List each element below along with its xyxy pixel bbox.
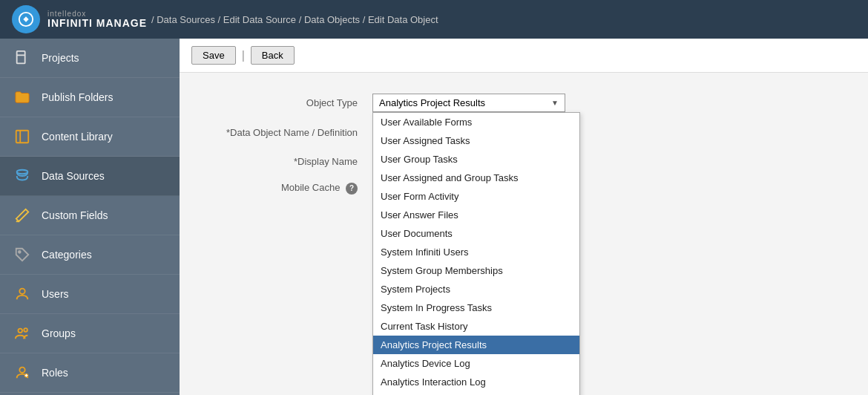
dropdown-item-analytics-project-results[interactable]: Analytics Project Results [373, 336, 579, 354]
help-icon[interactable]: ? [346, 183, 358, 195]
book-icon [12, 126, 33, 147]
sidebar-item-label: Custom Fields [42, 209, 108, 221]
toolbar-separator: | [242, 49, 245, 62]
dropdown-item-current-task-history[interactable]: Current Task History [373, 317, 579, 336]
sidebar-item-projects[interactable]: Projects [0, 39, 180, 78]
app-header: intelledox INFINITI MANAGE / Data Source… [0, 0, 868, 39]
sidebar-item-label: Categories [42, 249, 92, 261]
pencil-icon [12, 205, 33, 226]
form-area: Object Type Analytics Project Results ▼ … [180, 73, 868, 215]
breadcrumb: / Data Sources / Edit Data Source / Data… [151, 14, 438, 25]
svg-rect-3 [16, 131, 29, 143]
sidebar-item-publish-folders[interactable]: Publish Folders [0, 78, 180, 117]
folder-icon [12, 87, 33, 108]
form-table: Object Type Analytics Project Results ▼ … [202, 88, 573, 200]
main-content: Save | Back Object Type Analytics Projec… [180, 39, 868, 395]
dropdown-item-system-group-memberships[interactable]: System Group Memberships [373, 261, 579, 280]
sidebar-item-roles[interactable]: Roles [0, 353, 180, 393]
dropdown-item-system-projects[interactable]: System Projects [373, 280, 579, 298]
group-icon [12, 323, 33, 344]
sidebar-item-groups[interactable]: Groups [0, 314, 180, 353]
svg-point-11 [19, 368, 24, 373]
object-type-cell: Analytics Project Results ▼ User Availab… [365, 88, 573, 118]
sidebar-item-label: Groups [42, 327, 76, 339]
svg-point-10 [24, 328, 27, 332]
role-icon [12, 362, 33, 383]
chevron-down-icon: ▼ [551, 99, 559, 107]
sidebar-item-label: Publish Folders [42, 91, 114, 103]
svg-rect-1 [17, 51, 25, 64]
object-type-row: Object Type Analytics Project Results ▼ … [202, 88, 573, 118]
sidebar-item-label: Data Sources [42, 170, 105, 182]
dropdown-item-analytics-interaction-log[interactable]: Analytics Interaction Log [373, 373, 579, 391]
dropdown-item-user-assigned-tasks[interactable]: User Assigned Tasks [373, 131, 579, 150]
sidebar-item-label: Users [42, 288, 69, 300]
dropdown-item-system-infiniti-users[interactable]: System Infiniti Users [373, 243, 579, 261]
object-type-select[interactable]: Analytics Project Results ▼ [372, 94, 565, 112]
dropdown-item-user-form-activity[interactable]: User Form Activity [373, 187, 579, 206]
sidebar-item-data-sources[interactable]: Data Sources [0, 157, 180, 196]
sidebar-item-label: Content Library [42, 131, 113, 143]
sidebar-item-categories[interactable]: Categories [0, 235, 180, 275]
user-icon [12, 284, 33, 304]
dropdown-item-user-answer-files[interactable]: User Answer Files [373, 206, 579, 224]
svg-point-8 [19, 289, 24, 294]
svg-point-7 [19, 251, 21, 253]
dropdown-item-analytics-device-log[interactable]: Analytics Device Log [373, 354, 579, 373]
dropdown-list: User Available FormsUser Assigned TasksU… [372, 112, 580, 395]
sidebar-item-users[interactable]: Users [0, 275, 180, 314]
sidebar-item-label: Roles [42, 367, 68, 379]
tag-icon [12, 244, 33, 265]
dropdown-item-system-in-progress-tasks[interactable]: System In Progress Tasks [373, 298, 579, 317]
dropdown-item-user-available-forms[interactable]: User Available Forms [373, 113, 579, 131]
svg-point-5 [17, 170, 28, 174]
brand-bottom: INFINITI MANAGE [47, 18, 147, 29]
sidebar-item-label: Projects [42, 52, 79, 64]
display-name-label: *Display Name [202, 147, 365, 176]
sidebar: Projects Publish Folders Content Library… [0, 39, 180, 395]
object-type-label: Object Type [202, 88, 365, 118]
dropdown-item-user-assigned-group-tasks[interactable]: User Assigned and Group Tasks [373, 169, 579, 187]
dropdown-item-user-group-tasks[interactable]: User Group Tasks [373, 150, 579, 169]
save-button[interactable]: Save [191, 46, 236, 65]
sidebar-item-custom-fields[interactable]: Custom Fields [0, 196, 180, 235]
document-icon [12, 48, 33, 68]
select-value: Analytics Project Results [379, 97, 485, 108]
sidebar-item-content-library[interactable]: Content Library [0, 117, 180, 157]
dropdown-item-analytics-interaction-time-log[interactable]: Analytics Interaction Time Log [373, 391, 579, 395]
dropdown-item-user-documents[interactable]: User Documents [373, 224, 579, 243]
main-layout: Projects Publish Folders Content Library… [0, 39, 868, 395]
toolbar: Save | Back [180, 39, 868, 73]
object-type-select-wrapper: Analytics Project Results ▼ User Availab… [372, 94, 565, 112]
back-button[interactable]: Back [251, 46, 295, 65]
app-logo [12, 5, 40, 33]
svg-point-9 [19, 329, 23, 333]
brand-block: intelledox INFINITI MANAGE [47, 10, 147, 29]
database-icon [12, 166, 33, 186]
mobile-cache-label: Mobile Cache ? [202, 176, 365, 200]
data-object-name-label: *Data Object Name / Definition [202, 118, 365, 147]
